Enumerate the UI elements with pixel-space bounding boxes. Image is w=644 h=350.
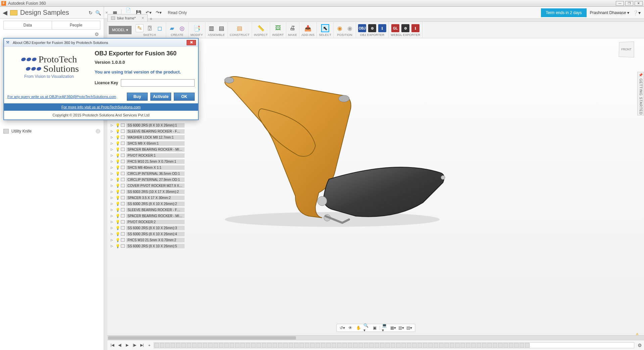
- tree-row[interactable]: ▷💡CIRCLIP INTERNAL 27.9mm OD:1: [111, 177, 185, 183]
- expand-icon[interactable]: ▷: [111, 136, 114, 139]
- tab-people[interactable]: People: [52, 21, 100, 30]
- inspect-icon[interactable]: 📏: [257, 24, 265, 32]
- timeline-feature[interactable]: [267, 343, 272, 348]
- timeline-feature[interactable]: [417, 343, 422, 348]
- timeline-collapse-icon[interactable]: +: [146, 342, 152, 348]
- visibility-icon[interactable]: 💡: [115, 220, 119, 224]
- tree-row[interactable]: ▷💡FHCS M10 21.5mm X 0.70mm:2: [111, 237, 185, 243]
- visibility-icon[interactable]: 💡: [115, 178, 119, 182]
- timeline-feature[interactable]: [165, 343, 170, 348]
- tree-row[interactable]: ▷💡SHCS M8 40mm X 1:1: [111, 164, 185, 170]
- make-icon[interactable]: 🖨: [289, 24, 297, 32]
- design-item-utility-knife[interactable]: Utility Knife i: [0, 128, 104, 135]
- timeline-feature[interactable]: [503, 343, 508, 348]
- position-revert-icon[interactable]: ◉: [346, 24, 354, 32]
- panel-settings-icon[interactable]: ⚙: [0, 30, 104, 39]
- timeline-feature[interactable]: [401, 343, 406, 348]
- timeline-feature[interactable]: [230, 343, 234, 348]
- tree-row[interactable]: ▷💡WASHER LOCK M8 12.7mm:1: [111, 134, 185, 140]
- visibility-icon[interactable]: 💡: [115, 244, 119, 248]
- select-icon[interactable]: ⬉: [321, 24, 329, 32]
- expand-icon[interactable]: ▷: [111, 142, 114, 145]
- timeline-feature[interactable]: [364, 343, 368, 348]
- expand-icon[interactable]: ▷: [111, 184, 114, 187]
- tree-row[interactable]: ▷💡SPACER BEARING ROCKER - MID I...: [111, 213, 185, 219]
- timeline-feature[interactable]: [213, 343, 218, 348]
- expand-icon[interactable]: ▷: [111, 178, 114, 181]
- tree-row[interactable]: ▷💡SS 6000 2RS (8 X 10 X 26mm):2: [111, 201, 185, 207]
- close-tab-icon[interactable]: ×: [142, 16, 144, 20]
- timeline-feature[interactable]: [337, 343, 342, 348]
- visibility-icon[interactable]: 💡: [115, 214, 119, 218]
- timeline-feature[interactable]: [170, 343, 175, 348]
- timeline-feature[interactable]: [332, 343, 336, 348]
- pan-icon[interactable]: ✋: [355, 325, 361, 331]
- timeline-feature[interactable]: [294, 343, 299, 348]
- timeline-feature[interactable]: [460, 343, 465, 348]
- expand-icon[interactable]: ▷: [111, 208, 114, 211]
- timeline-feature[interactable]: [525, 343, 530, 348]
- timeline-feature[interactable]: [407, 343, 411, 348]
- timeline-next-icon[interactable]: |▶: [132, 342, 138, 348]
- ok-button[interactable]: OK: [174, 93, 195, 101]
- timeline-feature[interactable]: [444, 343, 449, 348]
- joint-icon[interactable]: ▥: [207, 24, 215, 32]
- expand-icon[interactable]: ▷: [111, 220, 114, 223]
- visibility-icon[interactable]: 💡: [115, 208, 119, 212]
- expand-icon[interactable]: ▷: [111, 232, 114, 236]
- timeline-feature[interactable]: [176, 343, 181, 348]
- dialog-titlebar[interactable]: ⚒ About OBJ Exporter for Fusion 360 by P…: [4, 39, 198, 47]
- tree-row[interactable]: ▷💡SLEEVE BEARING ROCKER - FWD:2: [111, 207, 185, 213]
- getting-started-tab[interactable]: 📌 GETTING STARTED: [637, 72, 644, 115]
- horizontal-scrollbar[interactable]: [107, 335, 644, 340]
- obj-export-icon[interactable]: OBJ: [358, 24, 366, 32]
- minimize-button[interactable]: —: [616, 1, 624, 6]
- timeline-feature[interactable]: [353, 343, 358, 348]
- box-icon[interactable]: ▰: [168, 24, 176, 32]
- timeline-feature[interactable]: [315, 343, 320, 348]
- timeline-feature[interactable]: [278, 343, 283, 348]
- timeline-feature[interactable]: [240, 343, 245, 348]
- buy-button[interactable]: Buy: [127, 93, 148, 101]
- timeline-feature[interactable]: [428, 343, 433, 348]
- visibility-icon[interactable]: 💡: [115, 202, 119, 206]
- expand-icon[interactable]: ▷: [111, 123, 114, 127]
- viewports-icon[interactable]: ▤▾: [406, 325, 412, 331]
- info-icon[interactable]: i: [96, 129, 100, 134]
- look-icon[interactable]: 👁: [347, 325, 353, 331]
- expand-icon[interactable]: ▷: [111, 190, 114, 193]
- timeline-feature[interactable]: [289, 343, 293, 348]
- expand-icon[interactable]: ▷: [111, 166, 114, 169]
- line-icon[interactable]: ⍰: [146, 24, 154, 32]
- visibility-icon[interactable]: 💡: [115, 159, 119, 164]
- tree-row[interactable]: ▷💡SPACER BEARING ROCKER - MID I...: [111, 146, 185, 152]
- construct-icon[interactable]: ▤: [236, 24, 244, 32]
- tree-row[interactable]: ▷💡SS 6000 2RS (8 X 10 X 26mm):4: [111, 231, 185, 237]
- timeline-feature[interactable]: [380, 343, 385, 348]
- expand-icon[interactable]: ▷: [111, 244, 114, 248]
- webgl-export-icon[interactable]: GL: [391, 24, 399, 32]
- timeline-feature[interactable]: [439, 343, 444, 348]
- timeline-feature[interactable]: [203, 343, 207, 348]
- expand-icon[interactable]: ▷: [111, 238, 114, 242]
- visibility-icon[interactable]: 💡: [115, 165, 119, 170]
- visibility-icon[interactable]: 💡: [115, 184, 119, 188]
- timeline-feature[interactable]: [385, 343, 390, 348]
- sketch-icon[interactable]: ✎: [136, 24, 144, 32]
- timeline-feature[interactable]: [487, 343, 492, 348]
- grid-icon[interactable]: ▥▾: [398, 325, 404, 331]
- obj-about-icon[interactable]: ℹ: [378, 24, 386, 32]
- query-email-link[interactable]: For any query write us at OBJForAF360@Pr…: [7, 95, 116, 99]
- visibility-icon[interactable]: 💡: [115, 190, 119, 194]
- timeline-end-icon[interactable]: ▶|: [139, 342, 145, 348]
- timeline-track[interactable]: [154, 342, 634, 348]
- activate-button[interactable]: Activate: [150, 93, 171, 101]
- timeline-feature[interactable]: [477, 343, 481, 348]
- zoom-icon[interactable]: 🔍▾: [363, 325, 369, 331]
- timeline-feature[interactable]: [283, 343, 288, 348]
- search-icon[interactable]: 🔍: [95, 10, 101, 15]
- timeline-feature[interactable]: [160, 343, 164, 348]
- timeline-start-icon[interactable]: |◀: [109, 342, 115, 348]
- timeline-feature[interactable]: [197, 343, 202, 348]
- tree-row[interactable]: ▷💡CIRCLIP INTERNAL 36.5mm OD:1: [111, 170, 185, 177]
